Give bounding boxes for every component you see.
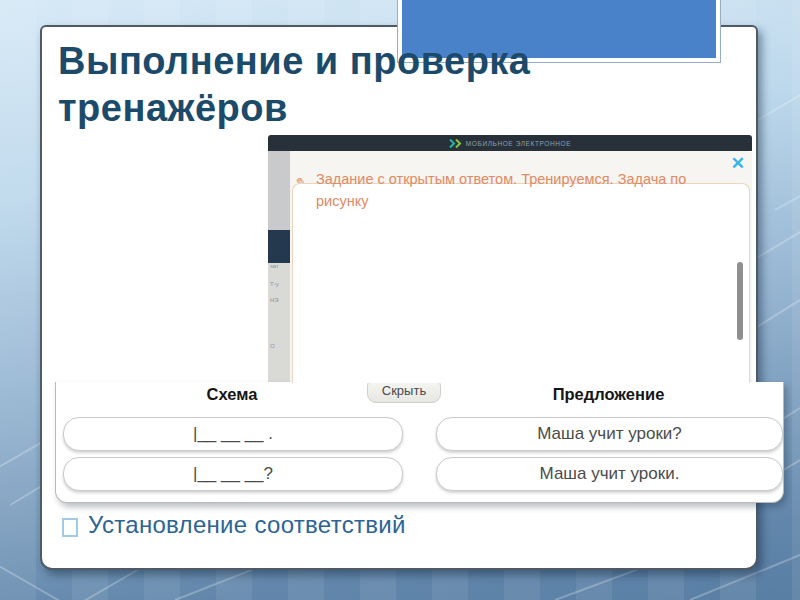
underlying-page-strip: зат Т-у НЭ О xyxy=(268,151,290,382)
bullet-icon xyxy=(62,518,78,537)
bullet-text: Установление соответствий xyxy=(88,511,406,539)
slide-title-line2: тренажёров xyxy=(58,85,658,132)
schema-header: Схема xyxy=(63,385,401,404)
brand-name: МОБИЛЬНОЕ ЭЛЕКТРОННОЕ xyxy=(466,140,571,147)
task-panel xyxy=(292,183,750,383)
page-fragment: О xyxy=(270,343,275,349)
brand-bar: МОБИЛЬНОЕ ЭЛЕКТРОННОЕ xyxy=(268,135,752,151)
scrollbar-thumb[interactable] xyxy=(737,262,743,340)
page-strip-block xyxy=(268,151,290,230)
sentence-row-1[interactable]: Маша учит уроки? xyxy=(436,417,783,451)
page-fragment: зат xyxy=(270,263,279,269)
page-fragment: НЭ xyxy=(270,297,279,303)
app-screenshot-task: МОБИЛЬНОЕ ЭЛЕКТРОННОЕ зат Т-у НЭ О ✎ Зад… xyxy=(268,135,752,382)
sentence-header: Предложение xyxy=(436,385,781,404)
app-screenshot-matching: Скрыть Схема Предложение |__ __ __ . |__… xyxy=(55,382,784,503)
slide-background: Выполнение и проверка тренажёров МОБИЛЬН… xyxy=(0,0,800,600)
task-modal-title: Задание с открытым ответом. Тренируемся.… xyxy=(316,168,708,212)
slide-title: Выполнение и проверка тренажёров xyxy=(58,38,658,132)
page-fragment: Т-у xyxy=(270,281,279,287)
chevrons-icon xyxy=(449,139,462,148)
task-modal: ✎ Задание с открытым ответом. Тренируемс… xyxy=(290,151,752,382)
schema-row-1[interactable]: |__ __ __ . xyxy=(63,417,403,451)
page-strip-dark-block xyxy=(268,230,290,263)
sentence-row-2[interactable]: Маша учит уроки. xyxy=(436,457,783,491)
close-icon[interactable]: ✕ xyxy=(731,153,745,174)
schema-row-2[interactable]: |__ __ __? xyxy=(63,457,403,491)
slide-title-line1: Выполнение и проверка xyxy=(58,38,658,85)
